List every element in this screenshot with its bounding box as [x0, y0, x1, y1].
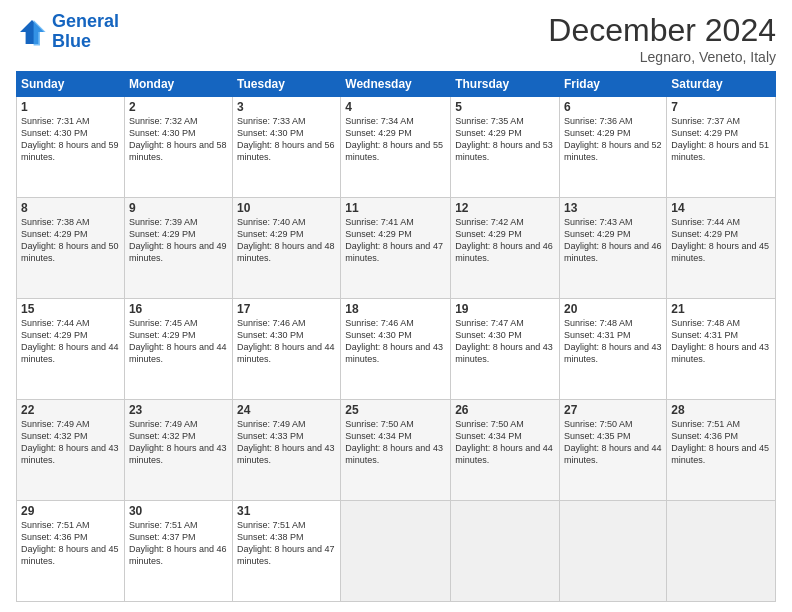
- day-info: Sunrise: 7:48 AMSunset: 4:31 PMDaylight:…: [564, 317, 662, 366]
- day-number: 5: [455, 100, 555, 114]
- day-number: 30: [129, 504, 228, 518]
- calendar-cell: [451, 501, 560, 602]
- calendar-cell: [667, 501, 776, 602]
- calendar-cell: 25Sunrise: 7:50 AMSunset: 4:34 PMDayligh…: [341, 400, 451, 501]
- day-number: 22: [21, 403, 120, 417]
- page: General Blue December 2024 Legnaro, Vene…: [0, 0, 792, 612]
- day-number: 31: [237, 504, 336, 518]
- location: Legnaro, Veneto, Italy: [548, 49, 776, 65]
- day-number: 12: [455, 201, 555, 215]
- header-saturday: Saturday: [667, 72, 776, 97]
- title-section: December 2024 Legnaro, Veneto, Italy: [548, 12, 776, 65]
- day-info: Sunrise: 7:49 AMSunset: 4:33 PMDaylight:…: [237, 418, 336, 467]
- day-info: Sunrise: 7:42 AMSunset: 4:29 PMDaylight:…: [455, 216, 555, 265]
- week-row-4: 22Sunrise: 7:49 AMSunset: 4:32 PMDayligh…: [17, 400, 776, 501]
- day-info: Sunrise: 7:40 AMSunset: 4:29 PMDaylight:…: [237, 216, 336, 265]
- day-number: 28: [671, 403, 771, 417]
- day-number: 15: [21, 302, 120, 316]
- day-number: 27: [564, 403, 662, 417]
- logo: General Blue: [16, 12, 119, 52]
- day-number: 8: [21, 201, 120, 215]
- day-info: Sunrise: 7:34 AMSunset: 4:29 PMDaylight:…: [345, 115, 446, 164]
- calendar-cell: 11Sunrise: 7:41 AMSunset: 4:29 PMDayligh…: [341, 198, 451, 299]
- calendar-cell: 7Sunrise: 7:37 AMSunset: 4:29 PMDaylight…: [667, 97, 776, 198]
- calendar-cell: 13Sunrise: 7:43 AMSunset: 4:29 PMDayligh…: [560, 198, 667, 299]
- day-info: Sunrise: 7:50 AMSunset: 4:34 PMDaylight:…: [345, 418, 446, 467]
- day-info: Sunrise: 7:33 AMSunset: 4:30 PMDaylight:…: [237, 115, 336, 164]
- day-number: 9: [129, 201, 228, 215]
- day-number: 17: [237, 302, 336, 316]
- header-sunday: Sunday: [17, 72, 125, 97]
- header-wednesday: Wednesday: [341, 72, 451, 97]
- calendar-cell: 14Sunrise: 7:44 AMSunset: 4:29 PMDayligh…: [667, 198, 776, 299]
- day-info: Sunrise: 7:50 AMSunset: 4:35 PMDaylight:…: [564, 418, 662, 467]
- calendar-cell: 30Sunrise: 7:51 AMSunset: 4:37 PMDayligh…: [124, 501, 232, 602]
- day-info: Sunrise: 7:48 AMSunset: 4:31 PMDaylight:…: [671, 317, 771, 366]
- day-info: Sunrise: 7:39 AMSunset: 4:29 PMDaylight:…: [129, 216, 228, 265]
- day-info: Sunrise: 7:47 AMSunset: 4:30 PMDaylight:…: [455, 317, 555, 366]
- calendar-cell: 4Sunrise: 7:34 AMSunset: 4:29 PMDaylight…: [341, 97, 451, 198]
- logo-line2: Blue: [52, 31, 91, 51]
- day-number: 16: [129, 302, 228, 316]
- day-info: Sunrise: 7:49 AMSunset: 4:32 PMDaylight:…: [21, 418, 120, 467]
- calendar-cell: 20Sunrise: 7:48 AMSunset: 4:31 PMDayligh…: [560, 299, 667, 400]
- calendar-cell: 3Sunrise: 7:33 AMSunset: 4:30 PMDaylight…: [233, 97, 341, 198]
- day-number: 20: [564, 302, 662, 316]
- calendar-cell: 16Sunrise: 7:45 AMSunset: 4:29 PMDayligh…: [124, 299, 232, 400]
- day-info: Sunrise: 7:35 AMSunset: 4:29 PMDaylight:…: [455, 115, 555, 164]
- header-tuesday: Tuesday: [233, 72, 341, 97]
- day-info: Sunrise: 7:51 AMSunset: 4:37 PMDaylight:…: [129, 519, 228, 568]
- day-info: Sunrise: 7:44 AMSunset: 4:29 PMDaylight:…: [671, 216, 771, 265]
- day-info: Sunrise: 7:50 AMSunset: 4:34 PMDaylight:…: [455, 418, 555, 467]
- calendar-cell: 17Sunrise: 7:46 AMSunset: 4:30 PMDayligh…: [233, 299, 341, 400]
- day-info: Sunrise: 7:51 AMSunset: 4:38 PMDaylight:…: [237, 519, 336, 568]
- week-row-3: 15Sunrise: 7:44 AMSunset: 4:29 PMDayligh…: [17, 299, 776, 400]
- calendar-cell: 28Sunrise: 7:51 AMSunset: 4:36 PMDayligh…: [667, 400, 776, 501]
- calendar-cell: 15Sunrise: 7:44 AMSunset: 4:29 PMDayligh…: [17, 299, 125, 400]
- calendar-cell: 23Sunrise: 7:49 AMSunset: 4:32 PMDayligh…: [124, 400, 232, 501]
- day-info: Sunrise: 7:32 AMSunset: 4:30 PMDaylight:…: [129, 115, 228, 164]
- calendar-cell: 2Sunrise: 7:32 AMSunset: 4:30 PMDaylight…: [124, 97, 232, 198]
- day-info: Sunrise: 7:38 AMSunset: 4:29 PMDaylight:…: [21, 216, 120, 265]
- calendar-cell: 29Sunrise: 7:51 AMSunset: 4:36 PMDayligh…: [17, 501, 125, 602]
- day-info: Sunrise: 7:37 AMSunset: 4:29 PMDaylight:…: [671, 115, 771, 164]
- logo-icon: [16, 16, 48, 48]
- day-number: 11: [345, 201, 446, 215]
- calendar-cell: 5Sunrise: 7:35 AMSunset: 4:29 PMDaylight…: [451, 97, 560, 198]
- calendar-cell: 10Sunrise: 7:40 AMSunset: 4:29 PMDayligh…: [233, 198, 341, 299]
- week-row-5: 29Sunrise: 7:51 AMSunset: 4:36 PMDayligh…: [17, 501, 776, 602]
- day-info: Sunrise: 7:31 AMSunset: 4:30 PMDaylight:…: [21, 115, 120, 164]
- calendar-cell: [560, 501, 667, 602]
- calendar-cell: [341, 501, 451, 602]
- calendar-table: Sunday Monday Tuesday Wednesday Thursday…: [16, 71, 776, 602]
- day-number: 26: [455, 403, 555, 417]
- day-number: 23: [129, 403, 228, 417]
- day-info: Sunrise: 7:45 AMSunset: 4:29 PMDaylight:…: [129, 317, 228, 366]
- day-number: 24: [237, 403, 336, 417]
- header-thursday: Thursday: [451, 72, 560, 97]
- day-info: Sunrise: 7:43 AMSunset: 4:29 PMDaylight:…: [564, 216, 662, 265]
- calendar-cell: 18Sunrise: 7:46 AMSunset: 4:30 PMDayligh…: [341, 299, 451, 400]
- day-number: 25: [345, 403, 446, 417]
- calendar-cell: 26Sunrise: 7:50 AMSunset: 4:34 PMDayligh…: [451, 400, 560, 501]
- calendar-cell: 27Sunrise: 7:50 AMSunset: 4:35 PMDayligh…: [560, 400, 667, 501]
- day-number: 4: [345, 100, 446, 114]
- header-friday: Friday: [560, 72, 667, 97]
- day-info: Sunrise: 7:46 AMSunset: 4:30 PMDaylight:…: [237, 317, 336, 366]
- week-row-1: 1Sunrise: 7:31 AMSunset: 4:30 PMDaylight…: [17, 97, 776, 198]
- header-row: Sunday Monday Tuesday Wednesday Thursday…: [17, 72, 776, 97]
- day-number: 13: [564, 201, 662, 215]
- day-number: 18: [345, 302, 446, 316]
- day-number: 3: [237, 100, 336, 114]
- day-info: Sunrise: 7:51 AMSunset: 4:36 PMDaylight:…: [21, 519, 120, 568]
- day-info: Sunrise: 7:51 AMSunset: 4:36 PMDaylight:…: [671, 418, 771, 467]
- logo-line1: General: [52, 11, 119, 31]
- logo-text: General Blue: [52, 12, 119, 52]
- month-title: December 2024: [548, 12, 776, 49]
- day-number: 19: [455, 302, 555, 316]
- day-number: 21: [671, 302, 771, 316]
- calendar-cell: 24Sunrise: 7:49 AMSunset: 4:33 PMDayligh…: [233, 400, 341, 501]
- day-info: Sunrise: 7:49 AMSunset: 4:32 PMDaylight:…: [129, 418, 228, 467]
- calendar-cell: 19Sunrise: 7:47 AMSunset: 4:30 PMDayligh…: [451, 299, 560, 400]
- day-number: 1: [21, 100, 120, 114]
